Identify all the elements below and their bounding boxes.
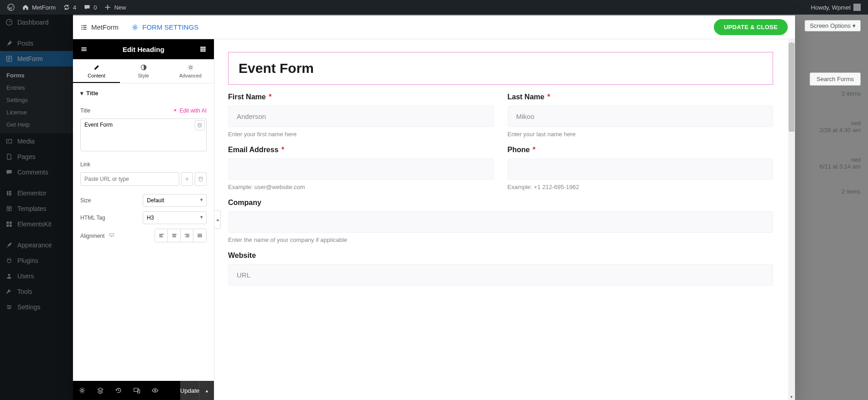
comment-icon [83,4,91,11]
my-account[interactable]: Howdy, Wpmet [807,0,864,15]
plus-icon [104,4,111,11]
howdy-label: Howdy, Wpmet [811,4,851,11]
home-icon [22,4,29,11]
comments[interactable]: 0 [80,0,100,15]
updates-count: 4 [73,4,76,11]
site-name[interactable]: MetForm [18,0,59,15]
wp-logo[interactable] [4,0,18,15]
new-content[interactable]: New [100,0,130,15]
refresh-icon [63,4,70,11]
site-name-label: MetForm [32,4,56,11]
comments-count: 0 [94,4,97,11]
updates[interactable]: 4 [59,0,80,15]
avatar [853,4,861,11]
wordpress-icon [7,4,15,11]
new-label: New [114,4,126,11]
